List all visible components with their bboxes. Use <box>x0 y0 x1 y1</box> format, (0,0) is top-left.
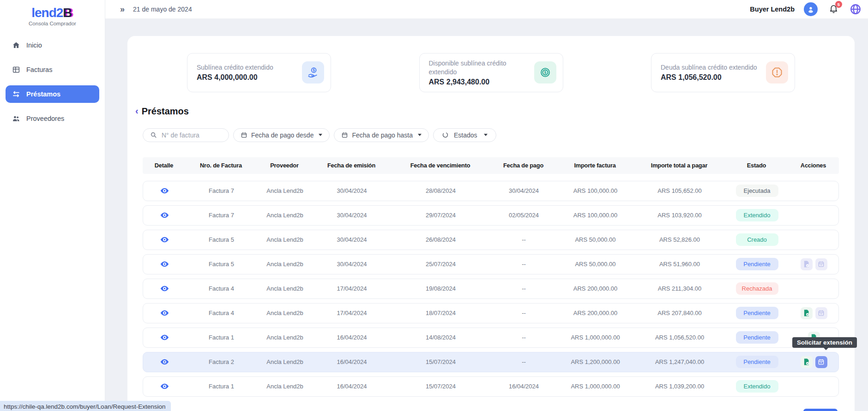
logo-text-primary: lend2 <box>31 6 63 20</box>
loan-document-button[interactable] <box>801 356 813 368</box>
issue-date-cell: 17/04/2024 <box>313 285 391 292</box>
actions-cell <box>788 258 839 270</box>
column-header: Fecha de emisión <box>312 162 391 169</box>
search-icon <box>150 131 157 138</box>
invoice-search[interactable] <box>143 128 229 142</box>
sidebar-item-label: Inicio <box>26 42 42 49</box>
issue-date-cell: 30/04/2024 <box>313 261 391 268</box>
column-header: Estado <box>725 162 788 169</box>
console-subtitle: Consola Comprador <box>0 21 105 26</box>
warning-octagon-icon <box>766 61 788 83</box>
filter-label: Estados <box>454 131 477 139</box>
issue-date-cell: 16/04/2024 <box>313 334 391 341</box>
card-label: Disponible sublínea crédito extendido <box>429 59 527 77</box>
view-detail-button[interactable] <box>143 260 186 268</box>
supplier-cell: Ancla Lend2b <box>257 236 313 243</box>
app-logo: lend2BB <box>0 6 105 20</box>
loan-document-icon <box>802 260 810 268</box>
invoice-amount-cell: ARS 1,200,000.00 <box>557 358 633 365</box>
due-date-cell: 28/08/2024 <box>391 187 490 194</box>
view-detail-button[interactable] <box>143 211 186 220</box>
card-label: Sublínea crédito extendido <box>197 63 295 72</box>
payment-date-cell: 30/04/2024 <box>490 187 557 194</box>
supplier-cell: Ancla Lend2b <box>257 383 313 390</box>
people-icon <box>12 114 20 123</box>
due-date-cell: 19/08/2024 <box>391 285 490 292</box>
person-icon <box>807 5 815 13</box>
user-avatar[interactable] <box>804 2 818 16</box>
card-value: ARS 2,943,480.00 <box>429 78 527 86</box>
sidebar-item-proveedores[interactable]: Proveedores <box>6 110 99 127</box>
view-detail-button[interactable] <box>143 309 186 317</box>
notifications-button[interactable]: 5 <box>829 4 838 15</box>
total-amount-cell: ARS 103,920.00 <box>633 212 726 219</box>
view-detail-button[interactable] <box>143 357 186 366</box>
total-amount-cell: ARS 207,840.00 <box>633 310 726 316</box>
sidebar-item-facturas[interactable]: Facturas <box>6 61 99 78</box>
total-amount-cell: ARS 1,056,520.00 <box>633 334 726 341</box>
actions-cell <box>788 356 839 368</box>
status-badge: Rechazada <box>736 282 778 295</box>
filter-date-to[interactable]: Fecha de pago hasta <box>334 128 429 142</box>
card-value: ARS 1,056,520.00 <box>661 73 759 82</box>
sidebar-item-prestamos[interactable]: Préstamos <box>6 85 99 103</box>
loan-document-button[interactable] <box>801 307 813 319</box>
total-amount-cell: ARS 51,960.00 <box>633 261 726 268</box>
extension-calendar-icon <box>818 310 825 316</box>
invoice-number-cell: Factura 4 <box>186 285 257 292</box>
svg-text:$: $ <box>544 71 546 75</box>
loan-document-icon <box>802 358 810 366</box>
due-date-cell: 29/07/2024 <box>391 212 490 219</box>
card-debt-credit: Deuda sublínea crédito extendido ARS 1,0… <box>651 53 795 92</box>
invoice-number-cell: Factura 1 <box>186 383 257 390</box>
view-detail-button[interactable] <box>143 186 186 195</box>
sidebar-nav: Inicio Facturas Préstamos Proveedores <box>0 36 105 127</box>
eye-icon <box>160 235 169 244</box>
back-chevron-icon[interactable]: ‹ <box>135 106 139 115</box>
view-detail-button[interactable] <box>143 382 186 391</box>
invoice-number-cell: Factura 5 <box>186 261 257 268</box>
sidebar: lend2BB Consola Comprador Inicio Factura… <box>0 0 105 411</box>
sidebar-item-inicio[interactable]: Inicio <box>6 36 99 54</box>
view-detail-button[interactable] <box>143 235 186 244</box>
column-header: Acciones <box>788 162 839 169</box>
total-amount-cell: ARS 105,652.00 <box>633 187 726 194</box>
supplier-cell: Ancla Lend2b <box>257 261 313 268</box>
sidebar-item-label: Proveedores <box>26 115 64 122</box>
page-title: Préstamos <box>142 106 189 117</box>
payment-date-cell: 02/05/2024 <box>490 212 557 219</box>
view-detail-button[interactable] <box>143 284 186 293</box>
invoice-number-cell: Factura 7 <box>186 212 257 219</box>
due-date-cell: 15/07/2024 <box>391 383 490 390</box>
filter-states[interactable]: Estados <box>433 128 496 142</box>
column-header: Fecha de pago <box>490 162 557 169</box>
table-row: Factura 7Ancla Lend2b30/04/202428/08/202… <box>143 181 839 201</box>
request-extension-button[interactable] <box>815 356 827 368</box>
due-date-cell: 15/07/2024 <box>391 358 490 365</box>
svg-text:$: $ <box>313 68 315 73</box>
tooltip-caret <box>824 348 828 350</box>
filter-date-from[interactable]: Fecha de pago desde <box>233 128 330 142</box>
payment-date-cell: 16/04/2024 <box>490 383 557 390</box>
status-badge: Pendiente <box>736 258 778 270</box>
invoice-number-cell: Factura 4 <box>186 310 257 316</box>
payment-date-cell: -- <box>490 285 557 292</box>
home-icon <box>12 41 20 49</box>
due-date-cell: 18/07/2024 <box>391 310 490 316</box>
loans-table: DetalleNro. de FacturaProveedorFecha de … <box>143 157 839 397</box>
supplier-cell: Ancla Lend2b <box>257 212 313 219</box>
invoice-search-input[interactable] <box>161 131 222 139</box>
view-detail-button[interactable] <box>143 333 186 342</box>
top-header: » 21 de mayo de 2024 Buyer Lend2b 5 <box>105 0 868 19</box>
supplier-cell: Ancla Lend2b <box>257 285 313 292</box>
payment-date-cell: -- <box>490 310 557 316</box>
summary-cards: Sublínea crédito extendido ARS 4,000,000… <box>127 36 855 92</box>
supplier-cell: Ancla Lend2b <box>257 187 313 194</box>
chevron-down-icon <box>418 134 422 136</box>
table-row: Factura 1Ancla Lend2b16/04/202415/07/202… <box>143 376 839 397</box>
partially-visible-button[interactable] <box>803 409 838 411</box>
collapse-sidebar-icon[interactable]: » <box>120 5 125 13</box>
table-row: Factura 2Ancla Lend2b16/04/202415/07/202… <box>143 352 839 372</box>
language-button[interactable] <box>850 3 862 15</box>
due-date-cell: 26/08/2024 <box>391 236 490 243</box>
